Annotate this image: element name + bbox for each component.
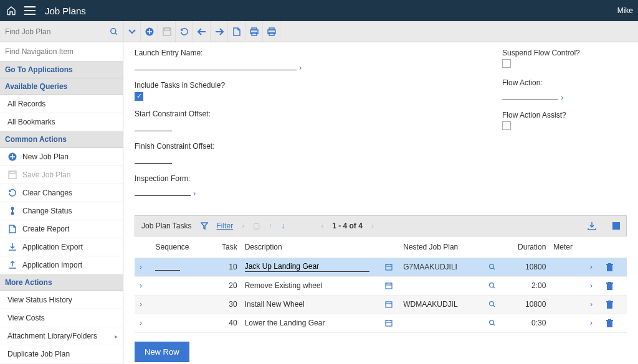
col-description[interactable]: Description (245, 243, 385, 251)
chevron-right-icon[interactable]: › (561, 93, 563, 102)
nav-save-job-plan: Save Job Plan (0, 166, 123, 184)
svg-rect-54 (607, 321, 612, 327)
forward-icon[interactable] (211, 21, 228, 42)
nav-status-history[interactable]: View Status History (0, 291, 123, 309)
current-user[interactable]: Mike (617, 6, 633, 15)
task-number: 10 (208, 263, 245, 271)
new-row-button[interactable]: New Row (135, 342, 189, 362)
flow-assist-field: Flow Action Assist? (502, 111, 627, 132)
calendar-icon[interactable] (385, 319, 403, 327)
tasks-panel-bar: Job Plan Tasks Filter › ▢ ↑ ↓ ‹ 1 - 4 of… (135, 215, 627, 236)
table-row[interactable]: › 40 Lower the Landing Gear 0:30 › (135, 314, 627, 333)
report-icon (7, 225, 17, 233)
table-row[interactable]: › 30 Install New Wheel WDMAAKUDJIL 10800… (135, 296, 627, 314)
detail-icon[interactable]: › (590, 300, 593, 309)
document-icon[interactable] (228, 21, 245, 42)
maximize-icon[interactable] (612, 222, 620, 230)
svg-rect-16 (10, 171, 15, 174)
nav-view-costs[interactable]: View Costs (0, 309, 123, 327)
detail-icon[interactable]: › (590, 281, 593, 290)
detail-icon[interactable]: › (590, 319, 593, 327)
lookup-icon[interactable] (488, 301, 504, 308)
delete-icon[interactable] (606, 282, 622, 290)
detail-icon[interactable]: › (590, 263, 593, 271)
flow-action-input[interactable] (502, 89, 558, 100)
include-tasks-checkbox[interactable]: ✓ (135, 92, 143, 101)
undo-icon[interactable] (176, 21, 193, 42)
delete-icon[interactable] (606, 301, 622, 309)
sequence-input[interactable] (155, 262, 180, 271)
task-number: 40 (208, 319, 245, 327)
search-icon[interactable] (105, 21, 123, 42)
download-icon[interactable] (588, 222, 596, 230)
print-icon[interactable] (245, 21, 263, 42)
svg-rect-19 (12, 209, 13, 213)
nav-app-import[interactable]: Application Import (0, 256, 123, 274)
menu-icon[interactable] (24, 4, 36, 17)
svg-rect-0 (24, 6, 36, 7)
svg-line-4 (115, 32, 117, 34)
print-alt-icon[interactable] (263, 21, 280, 42)
table-row[interactable]: › 20 Remove Existing wheel 2:00 › (135, 277, 627, 296)
suspend-flow-checkbox[interactable] (502, 59, 511, 68)
col-nested[interactable]: Nested Job Plan (403, 243, 488, 251)
flow-assist-checkbox[interactable] (502, 121, 511, 130)
col-meter[interactable]: Meter (553, 243, 590, 251)
calendar-icon[interactable] (385, 263, 403, 271)
expand-icon[interactable]: › (140, 300, 142, 309)
delete-icon[interactable] (606, 319, 622, 327)
calendar-icon[interactable] (385, 301, 403, 308)
col-duration[interactable]: Duration (505, 243, 554, 251)
nav-change-status[interactable]: Change Status (0, 202, 123, 220)
back-icon[interactable] (193, 21, 211, 42)
lookup-icon[interactable] (488, 282, 504, 289)
chevron-right-icon[interactable]: › (193, 189, 196, 198)
svg-rect-46 (606, 301, 613, 302)
nav-all-bookmarks[interactable]: All Bookmarks (0, 113, 123, 131)
svg-line-44 (493, 306, 495, 307)
down-icon[interactable]: ↓ (281, 222, 285, 230)
inspection-form-input[interactable] (135, 185, 191, 196)
description-input[interactable] (245, 262, 369, 272)
nav-search-input[interactable] (0, 42, 123, 62)
nav-clear-changes[interactable]: Clear Changes (0, 184, 123, 202)
section-goto[interactable]: Go To Applications (0, 62, 123, 78)
svg-rect-55 (606, 320, 613, 321)
start-offset-input[interactable] (135, 120, 172, 131)
chevron-down-icon[interactable] (123, 21, 141, 42)
nav-create-report[interactable]: Create Report (0, 220, 123, 238)
undo-icon (7, 189, 17, 197)
launch-entry-input[interactable] (135, 59, 297, 70)
nav-all-records[interactable]: All Records (0, 95, 123, 113)
svg-rect-30 (386, 283, 392, 289)
finish-offset-input[interactable] (135, 152, 172, 164)
lookup-icon[interactable] (488, 319, 504, 327)
lookup-icon[interactable] (488, 263, 504, 271)
nav-attachment-library[interactable]: Attachment Library/Folders▸ (0, 327, 123, 345)
svg-rect-48 (386, 320, 392, 326)
col-task[interactable]: Task (208, 243, 245, 251)
nav-duplicate[interactable]: Duplicate Job Plan (0, 345, 123, 363)
nav-new-job-plan[interactable]: New Job Plan (0, 148, 123, 166)
duration: 0:30 (505, 319, 554, 327)
filter-icon[interactable] (201, 222, 208, 230)
delete-icon[interactable] (606, 263, 622, 271)
task-number: 20 (208, 281, 245, 290)
chevron-right-icon: › (242, 222, 244, 230)
filter-link[interactable]: Filter (217, 222, 234, 230)
up-icon: ↑ (269, 222, 272, 230)
expand-icon[interactable]: › (140, 263, 142, 271)
col-sequence[interactable]: Sequence (155, 243, 207, 251)
expand-icon[interactable]: › (140, 319, 142, 327)
search-input[interactable] (0, 21, 105, 42)
chevron-right-icon[interactable]: › (299, 63, 302, 72)
svg-rect-27 (607, 265, 612, 271)
home-icon[interactable] (5, 4, 17, 17)
table-row[interactable]: › 10 G7MAAKUDJILI 10800 › (135, 258, 627, 277)
calendar-icon[interactable] (385, 282, 403, 289)
svg-rect-47 (608, 301, 611, 301)
expand-icon[interactable]: › (140, 281, 142, 290)
add-icon[interactable] (141, 21, 158, 42)
svg-rect-39 (386, 302, 392, 307)
nav-app-export[interactable]: Application Export (0, 238, 123, 256)
